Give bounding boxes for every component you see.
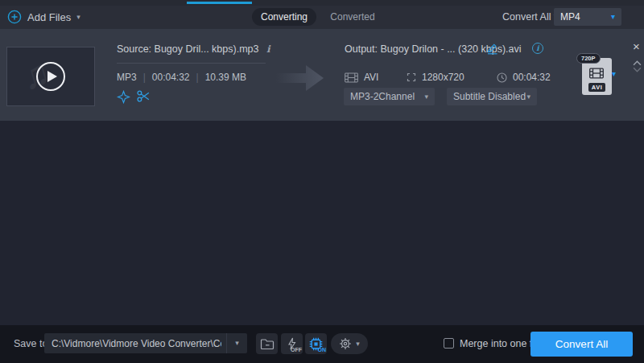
folder-icon: [260, 338, 275, 350]
open-folder-button[interactable]: [256, 333, 278, 354]
settings-button[interactable]: ▾: [331, 333, 368, 354]
convert-arrow-icon: [275, 63, 325, 93]
convert-format-value: MP4: [560, 11, 580, 23]
chevron-down-icon: ▾: [356, 340, 360, 348]
tab-converted[interactable]: Converted: [326, 8, 379, 26]
output-resolution-info: 1280x720: [407, 72, 464, 83]
output-info-icon[interactable]: i: [532, 43, 543, 54]
save-path-dropdown-button[interactable]: ▾: [226, 333, 247, 353]
magic-star-icon: [117, 90, 130, 104]
save-path-input[interactable]: [44, 333, 226, 353]
pencil-icon: [486, 43, 498, 55]
progress-indicator: [187, 2, 252, 4]
source-size: 10.39 MB: [205, 72, 246, 83]
subtitle-select[interactable]: Subtitle Disabled ▾: [447, 88, 537, 105]
audio-track-select[interactable]: MP3-2Channel ▾: [344, 88, 435, 105]
source-info-icon[interactable]: i: [266, 43, 270, 55]
chevron-down-icon: ▾: [235, 340, 239, 347]
add-files-button[interactable]: Add Files ▾: [7, 8, 80, 26]
film-icon: [345, 72, 358, 83]
output-duration-text: 00:04:32: [513, 72, 551, 83]
chevron-down-icon: ▾: [611, 13, 615, 21]
hyperspeed-toggle-button[interactable]: OFF: [281, 333, 303, 354]
empty-list-area: [0, 121, 644, 325]
divider: [117, 63, 266, 64]
badge-format-label: AVI: [588, 83, 605, 92]
source-duration: 00:04:32: [152, 72, 190, 83]
hyperspeed-state-label: OFF: [291, 347, 302, 353]
cut-clip-button[interactable]: [137, 90, 151, 105]
app-window: Add Files ▾ Converting Converted Convert…: [0, 0, 644, 363]
subtitle-value: Subtitle Disabled: [453, 91, 526, 102]
media-thumbnail[interactable]: ♫: [6, 47, 95, 106]
film-icon: [589, 64, 604, 82]
add-files-label: Add Files: [27, 11, 71, 23]
output-format-info: AVI: [345, 72, 378, 83]
gpu-state-label: ON: [318, 347, 327, 353]
play-button[interactable]: [36, 62, 65, 91]
badge-quality-label: 720P: [576, 53, 601, 64]
convert-all-button[interactable]: Convert All: [530, 332, 633, 357]
clock-icon: [497, 72, 507, 83]
tab-converting[interactable]: Converting: [252, 8, 316, 26]
output-resolution-text: 1280x720: [422, 72, 464, 83]
edit-effects-button[interactable]: [117, 90, 131, 105]
source-media-info: MP3 | 00:04:32 | 10.39 MB: [117, 72, 246, 83]
save-path-field: ▾: [44, 333, 247, 353]
scroll-down-icon[interactable]: [633, 61, 642, 76]
convert-format-select[interactable]: MP4 ▾: [554, 8, 621, 26]
chevron-down-icon: ▾: [424, 93, 428, 101]
plus-circle-icon: [7, 10, 22, 24]
info-glyph: i: [536, 44, 539, 52]
output-duration-info: 00:04:32: [497, 72, 551, 83]
source-file-label: Source: Bugoy Dril... kbps).mp3: [117, 43, 258, 55]
chevron-down-icon: ▾: [526, 93, 530, 101]
gear-icon: [339, 337, 352, 350]
separator: |: [196, 72, 199, 83]
scissors-icon: [137, 90, 151, 102]
window-top-strip: [0, 0, 644, 6]
source-format: MP3: [117, 72, 137, 83]
rename-output-button[interactable]: [486, 43, 499, 56]
separator: |: [143, 72, 146, 83]
gpu-acceleration-button[interactable]: ON: [305, 333, 327, 354]
resolution-icon: [407, 72, 416, 82]
merge-checkbox[interactable]: [444, 338, 454, 349]
play-icon: [47, 71, 57, 82]
audio-track-value: MP3-2Channel: [350, 91, 415, 102]
chevron-down-icon: ▾: [76, 14, 80, 21]
output-format-text: AVI: [364, 72, 378, 83]
remove-file-button[interactable]: ×: [633, 40, 640, 52]
profile-chevron-down-icon[interactable]: ▾: [612, 70, 616, 78]
